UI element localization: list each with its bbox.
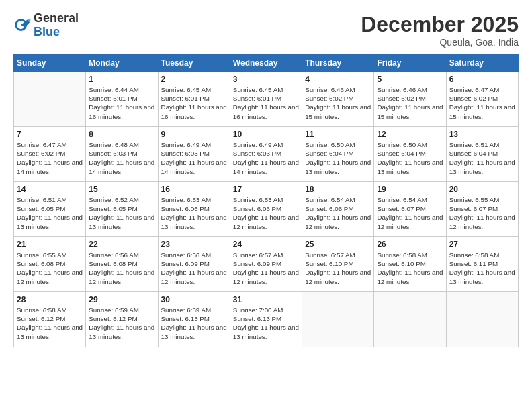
day-info: Sunrise: 6:56 AMSunset: 6:09 PMDaylight:… — [161, 250, 227, 286]
day-header-thursday: Thursday — [302, 55, 374, 72]
day-number: 22 — [89, 240, 154, 249]
calendar-week-row: 7Sunrise: 6:47 AMSunset: 6:02 PMDaylight… — [14, 127, 519, 182]
day-number: 5 — [377, 75, 443, 84]
calendar-cell: 23Sunrise: 6:56 AMSunset: 6:09 PMDayligh… — [158, 237, 230, 292]
day-header-wednesday: Wednesday — [230, 55, 302, 72]
day-info: Sunrise: 6:58 AMSunset: 6:11 PMDaylight:… — [449, 250, 515, 286]
day-info: Sunrise: 6:55 AMSunset: 6:08 PMDaylight:… — [17, 250, 83, 286]
day-header-sunday: Sunday — [14, 55, 86, 72]
day-info: Sunrise: 6:58 AMSunset: 6:10 PMDaylight:… — [377, 250, 443, 286]
calendar-cell: 2Sunrise: 6:45 AMSunset: 6:01 PMDaylight… — [158, 72, 230, 127]
calendar-cell: 6Sunrise: 6:47 AMSunset: 6:02 PMDaylight… — [446, 72, 518, 127]
day-header-saturday: Saturday — [446, 55, 518, 72]
month-title: December 2025 — [361, 12, 519, 37]
day-info: Sunrise: 6:57 AMSunset: 6:09 PMDaylight:… — [233, 250, 299, 286]
day-info: Sunrise: 6:56 AMSunset: 6:08 PMDaylight:… — [89, 250, 154, 286]
day-number: 26 — [377, 240, 443, 249]
day-info: Sunrise: 7:00 AMSunset: 6:13 PMDaylight:… — [233, 306, 299, 341]
day-number: 12 — [377, 130, 443, 139]
day-info: Sunrise: 6:59 AMSunset: 6:12 PMDaylight:… — [89, 306, 154, 341]
header: General Blue December 2025 Queula, Goa, … — [13, 12, 519, 48]
day-number: 17 — [233, 185, 299, 194]
calendar-cell: 26Sunrise: 6:58 AMSunset: 6:10 PMDayligh… — [374, 237, 446, 292]
day-number: 23 — [161, 240, 227, 249]
calendar-cell: 5Sunrise: 6:46 AMSunset: 6:02 PMDaylight… — [374, 72, 446, 127]
day-info: Sunrise: 6:50 AMSunset: 6:04 PMDaylight:… — [305, 140, 371, 176]
day-number: 14 — [17, 185, 83, 194]
day-number: 19 — [377, 185, 443, 194]
calendar-cell: 12Sunrise: 6:50 AMSunset: 6:04 PMDayligh… — [374, 127, 446, 182]
day-number: 30 — [161, 295, 227, 304]
calendar-cell: 10Sunrise: 6:49 AMSunset: 6:03 PMDayligh… — [230, 127, 302, 182]
calendar-cell: 8Sunrise: 6:48 AMSunset: 6:03 PMDaylight… — [86, 127, 158, 182]
calendar-cell: 16Sunrise: 6:53 AMSunset: 6:06 PMDayligh… — [158, 182, 230, 237]
day-number: 18 — [305, 185, 371, 194]
day-info: Sunrise: 6:47 AMSunset: 6:02 PMDaylight:… — [449, 85, 515, 121]
calendar-week-row: 28Sunrise: 6:58 AMSunset: 6:12 PMDayligh… — [14, 292, 519, 347]
day-number: 21 — [17, 240, 83, 249]
calendar-cell: 9Sunrise: 6:49 AMSunset: 6:03 PMDaylight… — [158, 127, 230, 182]
day-info: Sunrise: 6:47 AMSunset: 6:02 PMDaylight:… — [17, 140, 83, 176]
calendar-cell: 28Sunrise: 6:58 AMSunset: 6:12 PMDayligh… — [14, 292, 86, 347]
calendar-cell: 4Sunrise: 6:46 AMSunset: 6:02 PMDaylight… — [302, 72, 374, 127]
day-info: Sunrise: 6:46 AMSunset: 6:02 PMDaylight:… — [377, 85, 443, 121]
day-info: Sunrise: 6:46 AMSunset: 6:02 PMDaylight:… — [305, 85, 371, 121]
day-number: 20 — [449, 185, 515, 194]
day-header-friday: Friday — [374, 55, 446, 72]
day-info: Sunrise: 6:45 AMSunset: 6:01 PMDaylight:… — [161, 85, 227, 121]
day-number: 25 — [305, 240, 371, 249]
calendar-cell: 21Sunrise: 6:55 AMSunset: 6:08 PMDayligh… — [14, 237, 86, 292]
title-block: December 2025 Queula, Goa, India — [361, 12, 519, 48]
logo-general: General — [34, 12, 79, 26]
day-info: Sunrise: 6:54 AMSunset: 6:06 PMDaylight:… — [305, 195, 371, 231]
calendar-cell: 13Sunrise: 6:51 AMSunset: 6:04 PMDayligh… — [446, 127, 518, 182]
calendar-cell: 29Sunrise: 6:59 AMSunset: 6:12 PMDayligh… — [86, 292, 158, 347]
day-number: 2 — [161, 75, 227, 84]
day-number: 6 — [449, 75, 515, 84]
calendar-cell: 25Sunrise: 6:57 AMSunset: 6:10 PMDayligh… — [302, 237, 374, 292]
day-number: 3 — [233, 75, 299, 84]
calendar-cell: 27Sunrise: 6:58 AMSunset: 6:11 PMDayligh… — [446, 237, 518, 292]
calendar-cell: 15Sunrise: 6:52 AMSunset: 6:05 PMDayligh… — [86, 182, 158, 237]
calendar-cell: 20Sunrise: 6:55 AMSunset: 6:07 PMDayligh… — [446, 182, 518, 237]
calendar-cell: 11Sunrise: 6:50 AMSunset: 6:04 PMDayligh… — [302, 127, 374, 182]
day-header-monday: Monday — [86, 55, 158, 72]
day-info: Sunrise: 6:57 AMSunset: 6:10 PMDaylight:… — [305, 250, 371, 286]
day-info: Sunrise: 6:49 AMSunset: 6:03 PMDaylight:… — [233, 140, 299, 176]
day-header-tuesday: Tuesday — [158, 55, 230, 72]
calendar-cell: 22Sunrise: 6:56 AMSunset: 6:08 PMDayligh… — [86, 237, 158, 292]
day-info: Sunrise: 6:53 AMSunset: 6:06 PMDaylight:… — [161, 195, 227, 231]
day-number: 10 — [233, 130, 299, 139]
calendar-header-row: SundayMondayTuesdayWednesdayThursdayFrid… — [14, 55, 519, 72]
day-number: 29 — [89, 295, 154, 304]
day-info: Sunrise: 6:59 AMSunset: 6:13 PMDaylight:… — [161, 306, 227, 341]
calendar-cell — [374, 292, 446, 347]
calendar: SundayMondayTuesdayWednesdayThursdayFrid… — [13, 54, 519, 347]
calendar-week-row: 21Sunrise: 6:55 AMSunset: 6:08 PMDayligh… — [14, 237, 519, 292]
calendar-cell: 19Sunrise: 6:54 AMSunset: 6:07 PMDayligh… — [374, 182, 446, 237]
page: General Blue December 2025 Queula, Goa, … — [0, 0, 532, 411]
day-number: 8 — [89, 130, 154, 139]
day-number: 24 — [233, 240, 299, 249]
logo-text: General Blue — [34, 12, 79, 39]
day-number: 31 — [233, 295, 299, 304]
day-info: Sunrise: 6:54 AMSunset: 6:07 PMDaylight:… — [377, 195, 443, 231]
day-info: Sunrise: 6:49 AMSunset: 6:03 PMDaylight:… — [161, 140, 227, 176]
day-info: Sunrise: 6:53 AMSunset: 6:06 PMDaylight:… — [233, 195, 299, 231]
calendar-cell — [446, 292, 518, 347]
day-number: 27 — [449, 240, 515, 249]
calendar-cell — [302, 292, 374, 347]
logo-blue: Blue — [34, 26, 79, 39]
day-number: 28 — [17, 295, 83, 304]
day-info: Sunrise: 6:55 AMSunset: 6:07 PMDaylight:… — [449, 195, 515, 231]
logo-icon — [13, 16, 32, 35]
logo: General Blue — [13, 12, 79, 39]
calendar-cell: 17Sunrise: 6:53 AMSunset: 6:06 PMDayligh… — [230, 182, 302, 237]
location: Queula, Goa, India — [361, 37, 519, 48]
day-number: 13 — [449, 130, 515, 139]
day-number: 7 — [17, 130, 83, 139]
calendar-cell: 18Sunrise: 6:54 AMSunset: 6:06 PMDayligh… — [302, 182, 374, 237]
day-info: Sunrise: 6:51 AMSunset: 6:05 PMDaylight:… — [17, 195, 83, 231]
day-number: 4 — [305, 75, 371, 84]
calendar-week-row: 14Sunrise: 6:51 AMSunset: 6:05 PMDayligh… — [14, 182, 519, 237]
